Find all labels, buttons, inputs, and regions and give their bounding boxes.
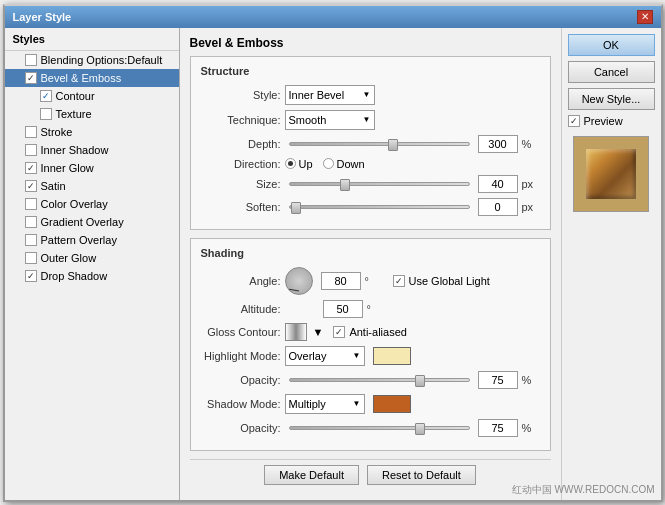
structure-title: Structure	[201, 65, 540, 77]
texture-checkbox[interactable]	[40, 108, 52, 120]
shadow-opacity-label: Opacity:	[201, 422, 281, 434]
highlight-mode-value: Overlay	[289, 350, 327, 362]
contour-checkbox[interactable]	[40, 90, 52, 102]
sidebar-item-satin[interactable]: Satin	[5, 177, 179, 195]
shadow-color-swatch[interactable]	[373, 395, 411, 413]
shadow-mode-arrow: ▼	[353, 399, 361, 408]
direction-radio-group: Up Down	[285, 158, 365, 170]
shading-title: Shading	[201, 247, 540, 259]
ok-button[interactable]: OK	[568, 34, 655, 56]
soften-input[interactable]	[478, 198, 518, 216]
size-slider[interactable]	[289, 182, 470, 186]
reset-default-button[interactable]: Reset to Default	[367, 465, 476, 485]
gradient-overlay-checkbox[interactable]	[25, 216, 37, 228]
contour-label: Contour	[56, 90, 95, 102]
shadow-opacity-slider[interactable]	[289, 426, 470, 430]
sidebar-item-contour[interactable]: Contour	[5, 87, 179, 105]
inner-glow-checkbox[interactable]	[25, 162, 37, 174]
highlight-opacity-label: Opacity:	[201, 374, 281, 386]
depth-input[interactable]: 300	[478, 135, 518, 153]
outer-glow-label: Outer Glow	[41, 252, 97, 264]
preview-image	[586, 149, 636, 199]
close-button[interactable]: ✕	[637, 10, 653, 24]
global-light-checkbox[interactable]	[393, 275, 405, 287]
stroke-checkbox[interactable]	[25, 126, 37, 138]
highlight-mode-dropdown[interactable]: Overlay ▼	[285, 346, 365, 366]
depth-label: Depth:	[201, 138, 281, 150]
blending-checkbox[interactable]	[25, 54, 37, 66]
sidebar-item-blending[interactable]: Blending Options:Default	[5, 51, 179, 69]
sidebar-item-drop-shadow[interactable]: Drop Shadow	[5, 267, 179, 285]
sidebar-item-pattern-overlay[interactable]: Pattern Overlay	[5, 231, 179, 249]
sidebar-item-inner-glow[interactable]: Inner Glow	[5, 159, 179, 177]
technique-dropdown-arrow: ▼	[363, 115, 371, 124]
altitude-label: Altitude:	[201, 303, 281, 315]
pattern-overlay-checkbox[interactable]	[25, 234, 37, 246]
sidebar-item-outer-glow[interactable]: Outer Glow	[5, 249, 179, 267]
soften-slider[interactable]	[289, 205, 470, 209]
gloss-contour-preview[interactable]	[285, 323, 307, 341]
anti-aliased-checkbox[interactable]	[333, 326, 345, 338]
highlight-color-swatch[interactable]	[373, 347, 411, 365]
sidebar-item-inner-shadow[interactable]: Inner Shadow	[5, 141, 179, 159]
satin-checkbox[interactable]	[25, 180, 37, 192]
direction-row: Direction: Up Down	[201, 158, 540, 170]
style-dropdown[interactable]: Inner Bevel ▼	[285, 85, 375, 105]
style-label: Style:	[201, 89, 281, 101]
angle-dial[interactable]	[285, 267, 313, 295]
structure-box: Structure Style: Inner Bevel ▼ Technique…	[190, 56, 551, 230]
bevel-checkbox[interactable]	[25, 72, 37, 84]
altitude-input[interactable]	[323, 300, 363, 318]
altitude-row: Altitude: °	[201, 300, 540, 318]
direction-label: Direction:	[201, 158, 281, 170]
inner-glow-label: Inner Glow	[41, 162, 94, 174]
shadow-opacity-input[interactable]	[478, 419, 518, 437]
direction-up[interactable]: Up	[285, 158, 313, 170]
direction-up-label: Up	[299, 158, 313, 170]
direction-down-radio[interactable]	[323, 158, 334, 169]
highlight-opacity-slider[interactable]	[289, 378, 470, 382]
shadow-mode-value: Multiply	[289, 398, 326, 410]
new-style-button[interactable]: New Style...	[568, 88, 655, 110]
size-row: Size: px	[201, 175, 540, 193]
highlight-opacity-row: Opacity: %	[201, 371, 540, 389]
main-panel: Bevel & Emboss Structure Style: Inner Be…	[180, 28, 561, 500]
angle-input[interactable]	[321, 272, 361, 290]
color-overlay-label: Color Overlay	[41, 198, 108, 210]
satin-label: Satin	[41, 180, 66, 192]
preview-checkbox[interactable]	[568, 115, 580, 127]
make-default-button[interactable]: Make Default	[264, 465, 359, 485]
style-dropdown-arrow: ▼	[363, 90, 371, 99]
inner-shadow-label: Inner Shadow	[41, 144, 109, 156]
sidebar-item-bevel[interactable]: Bevel & Emboss	[5, 69, 179, 87]
cancel-button[interactable]: Cancel	[568, 61, 655, 83]
sidebar-item-color-overlay[interactable]: Color Overlay	[5, 195, 179, 213]
shadow-mode-dropdown[interactable]: Multiply ▼	[285, 394, 365, 414]
sidebar-item-gradient-overlay[interactable]: Gradient Overlay	[5, 213, 179, 231]
texture-label: Texture	[56, 108, 92, 120]
drop-shadow-checkbox[interactable]	[25, 270, 37, 282]
direction-up-radio[interactable]	[285, 158, 296, 169]
style-value: Inner Bevel	[289, 89, 345, 101]
soften-label: Soften:	[201, 201, 281, 213]
highlight-mode-label: Highlight Mode:	[201, 350, 281, 362]
inner-shadow-checkbox[interactable]	[25, 144, 37, 156]
highlight-mode-arrow: ▼	[353, 351, 361, 360]
highlight-mode-row: Highlight Mode: Overlay ▼	[201, 346, 540, 366]
sidebar-item-texture[interactable]: Texture	[5, 105, 179, 123]
size-thumb	[340, 179, 350, 191]
direction-down[interactable]: Down	[323, 158, 365, 170]
technique-label: Technique:	[201, 114, 281, 126]
sidebar-item-stroke[interactable]: Stroke	[5, 123, 179, 141]
color-overlay-checkbox[interactable]	[25, 198, 37, 210]
size-input[interactable]	[478, 175, 518, 193]
gradient-overlay-label: Gradient Overlay	[41, 216, 124, 228]
shadow-opacity-row: Opacity: %	[201, 419, 540, 437]
outer-glow-checkbox[interactable]	[25, 252, 37, 264]
bottom-bar: Make Default Reset to Default	[190, 459, 551, 491]
shadow-opacity-unit: %	[522, 422, 540, 434]
shadow-mode-label: Shadow Mode:	[201, 398, 281, 410]
technique-dropdown[interactable]: Smooth ▼	[285, 110, 375, 130]
depth-slider[interactable]	[289, 142, 470, 146]
highlight-opacity-input[interactable]	[478, 371, 518, 389]
